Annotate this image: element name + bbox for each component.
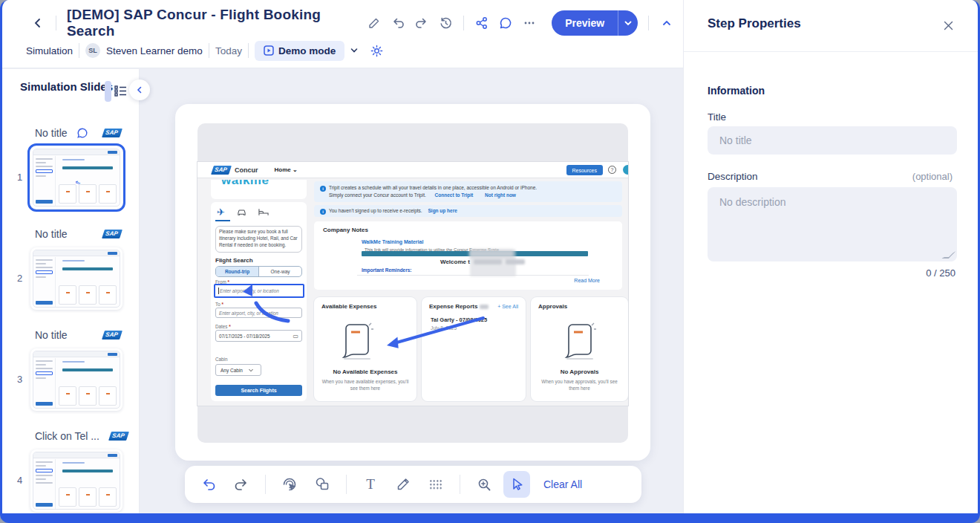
sidebar-scroll-pill <box>105 81 111 102</box>
history-icon[interactable] <box>434 10 457 36</box>
date-label[interactable]: Today <box>215 45 242 56</box>
dates-label: Dates * <box>215 324 231 329</box>
slide-thumbnail-3[interactable] <box>30 348 122 411</box>
share-icon[interactable] <box>470 10 494 36</box>
collapse-sidebar-button[interactable] <box>129 79 150 100</box>
app-window: [DEMO] SAP Concur - Flight Booking Searc… <box>0 0 980 523</box>
slide-thumbnail-2[interactable] <box>30 247 122 310</box>
pencil-tool-icon[interactable] <box>390 471 416 498</box>
zoom-tool-icon[interactable] <box>471 471 497 498</box>
resources-button[interactable]: Resources <box>566 165 603 175</box>
slide-number: 1 <box>17 172 22 183</box>
walkme-training-link[interactable]: WalkMe Training Material <box>362 239 423 244</box>
one-way-option[interactable]: One-way <box>259 267 301 276</box>
walkme-logo: walkme <box>221 180 269 188</box>
from-input-highlighted[interactable]: Enter airport, city, or location <box>214 284 304 298</box>
select-tool-icon[interactable] <box>503 471 530 498</box>
blur-tool-icon[interactable] <box>422 471 449 498</box>
home-menu[interactable]: Home ⌄ <box>275 166 298 173</box>
panel-title: Step Properties <box>708 16 801 31</box>
close-icon[interactable] <box>939 16 957 34</box>
available-expenses-desc: When you have available expenses, you'll… <box>320 378 411 392</box>
slide-4-title: Click on Tel ... <box>35 430 99 442</box>
simulation-label: Simulation <box>26 45 73 56</box>
to-input[interactable]: Enter airport, city, or location <box>215 308 302 318</box>
divider <box>265 475 266 494</box>
see-all-link[interactable]: + See All <box>497 304 518 309</box>
to-label: To * <box>215 302 223 307</box>
search-flights-button[interactable]: Search Flights <box>215 385 302 396</box>
preview-button[interactable]: Preview <box>552 10 618 36</box>
round-trip-option[interactable]: Round-trip <box>216 267 259 276</box>
divider <box>56 16 56 30</box>
help-icon[interactable]: ? <box>608 166 616 174</box>
document-icon <box>564 322 596 361</box>
hotel-tab-icon[interactable] <box>258 208 269 216</box>
comments-icon[interactable] <box>494 10 517 36</box>
slide-item-4: Click on Tel ... SAP 4 <box>2 430 140 523</box>
tripit-banner: iTripit creates a schedule with all your… <box>314 181 622 202</box>
demo-mode-chip[interactable]: Demo mode <box>255 41 344 61</box>
profile-avatar[interactable] <box>623 165 628 175</box>
cabin-select[interactable]: Any Cabin <box>215 364 261 376</box>
slide-item-1: No title SAP 1 ⇖ <box>2 127 140 228</box>
concur-brand: Concur <box>235 166 258 174</box>
char-counter: 0 / 250 <box>926 267 956 279</box>
sap-logo: SAP <box>102 331 122 340</box>
annotation-scribble <box>424 325 441 335</box>
demo-mode-dropdown-icon[interactable] <box>344 38 364 63</box>
settings-gear-icon[interactable] <box>364 38 389 63</box>
cabin-label: Cabin <box>215 357 227 362</box>
report-item-title[interactable]: Tal Garty - 07/08/2025 <box>431 316 487 323</box>
step-description-input[interactable] <box>708 187 957 262</box>
slide-list-view-icon[interactable] <box>114 85 127 97</box>
collapse-header-icon[interactable] <box>655 10 679 36</box>
redo-icon[interactable] <box>410 10 434 36</box>
sap-logo: SAP <box>102 129 122 137</box>
shapes-tool-icon[interactable] <box>309 471 336 498</box>
slide-comment-icon[interactable] <box>76 127 88 139</box>
slide-thumbnail-preview <box>33 250 120 308</box>
divider <box>463 16 464 30</box>
preview-dropdown-icon[interactable] <box>618 10 638 36</box>
important-reminders-label: Important Reminders: <box>362 267 412 273</box>
dates-input[interactable]: 07/17/2025 - 07/18/2025▭ <box>215 330 302 342</box>
back-button[interactable] <box>26 10 50 36</box>
title-field-label: Title <box>708 111 726 123</box>
calendar-icon: ▭ <box>293 333 298 340</box>
undo-icon[interactable] <box>386 10 410 36</box>
divider <box>248 43 249 58</box>
expense-reports-title: Expense Reports <box>429 303 489 310</box>
not-right-now-link[interactable]: Not right now <box>485 192 516 198</box>
expense-reports-card: Expense Reports + See All Tal Garty - 07… <box>422 297 526 401</box>
edit-title-icon[interactable] <box>362 10 386 36</box>
divider <box>209 43 209 58</box>
slides-sidebar: Simulation Slides No title SAP 1 ⇖ <box>2 69 140 513</box>
click-step-tool-icon[interactable] <box>276 471 303 498</box>
toolbar-redo-icon[interactable] <box>228 471 255 498</box>
booking-note: Please make sure you book a full itinera… <box>215 226 302 253</box>
ereceipts-banner: iYou haven't signed up to receive e-rece… <box>314 205 622 217</box>
slide-3-title: No title <box>35 329 68 341</box>
slide-thumbnail-4[interactable] <box>30 449 122 512</box>
text-tool-icon[interactable]: T <box>357 471 384 498</box>
available-expenses-title: Available Expenses <box>321 303 376 310</box>
clear-all-button[interactable]: Clear All <box>543 478 582 490</box>
concur-screenshot: SAP Concur Home ⌄ Resources ? walkme ✈ <box>197 162 628 406</box>
more-options-icon[interactable] <box>517 10 541 36</box>
sign-up-link[interactable]: Sign up here <box>428 208 457 213</box>
trip-type-toggle: Round-trip One-way <box>215 266 302 277</box>
top-header: [DEMO] SAP Concur - Flight Booking Searc… <box>2 0 683 68</box>
slide-thumbnail-preview <box>33 351 120 409</box>
flight-tab-icon[interactable]: ✈ <box>217 207 225 218</box>
read-more-link[interactable]: Read More <box>574 278 600 283</box>
flight-search-title: Flight Search <box>215 257 253 264</box>
car-tab-icon[interactable] <box>237 208 246 216</box>
approvals-card: Approvals No Approvals When you have app… <box>531 297 628 401</box>
toolbar-undo-icon[interactable] <box>195 471 222 498</box>
slide-thumbnail-1[interactable]: ⇖ <box>30 146 122 209</box>
step-properties-panel: Step Properties Information Title Descri… <box>683 0 978 513</box>
step-title-input[interactable] <box>708 126 957 155</box>
available-expenses-card: Available Expenses No Available Expenses… <box>314 297 416 401</box>
connect-tripit-link[interactable]: Connect to Tripit <box>435 192 474 198</box>
